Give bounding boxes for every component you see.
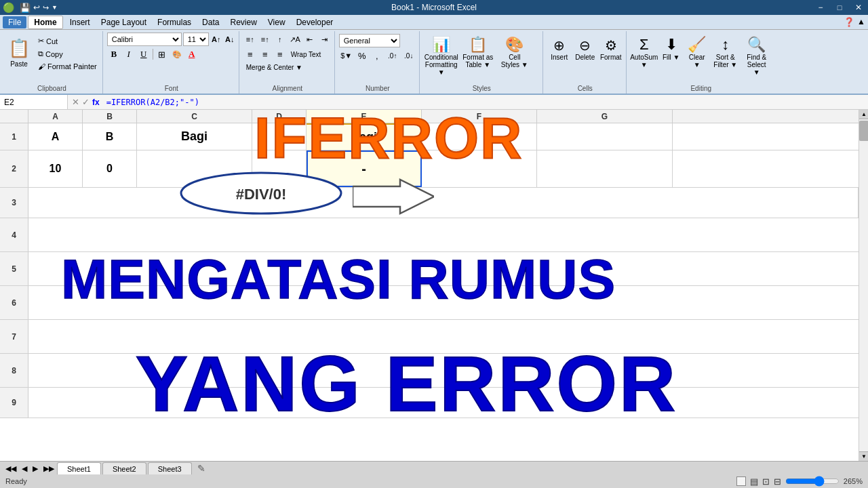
menu-data[interactable]: Data bbox=[197, 16, 224, 28]
add-sheet-btn[interactable]: ✎ bbox=[193, 462, 210, 474]
row-header-4[interactable]: 4 bbox=[0, 218, 28, 251]
align-left-btn[interactable]: ≡ bbox=[243, 47, 257, 61]
align-right-btn[interactable]: ≡ bbox=[273, 47, 287, 61]
percent-btn[interactable]: % bbox=[355, 49, 369, 62]
sheet-nav-prev[interactable]: ◀ bbox=[19, 462, 30, 474]
menu-review[interactable]: Review bbox=[224, 16, 262, 28]
zoom-slider[interactable] bbox=[785, 477, 840, 485]
row-header-3[interactable]: 3 bbox=[0, 188, 28, 218]
format-painter-btn[interactable]: 🖌 Format Painter bbox=[35, 61, 100, 72]
underline-btn[interactable]: U bbox=[137, 47, 151, 61]
col-header-g[interactable]: G bbox=[537, 110, 673, 123]
minimize-btn[interactable]: − bbox=[811, 0, 830, 15]
cell-b1[interactable]: B bbox=[83, 123, 137, 150]
scroll-thumb[interactable] bbox=[859, 121, 868, 141]
tab-sheet3[interactable]: Sheet3 bbox=[148, 462, 192, 474]
clear-btn[interactable]: 🧹 Clear ▼ bbox=[685, 34, 709, 72]
align-top-right-btn[interactable]: ↑ bbox=[273, 33, 287, 46]
sheet-nav-next[interactable]: ▶ bbox=[30, 462, 41, 474]
font-color-btn[interactable]: A bbox=[185, 47, 199, 61]
delete-btn[interactable]: ⊖ Delete bbox=[573, 35, 597, 73]
align-top-center-btn[interactable]: ≡↑ bbox=[258, 33, 272, 46]
font-name-combo[interactable]: Calibri bbox=[107, 33, 182, 46]
col-header-b[interactable]: B bbox=[83, 110, 137, 123]
cell-g1[interactable] bbox=[537, 123, 673, 150]
sort-filter-btn[interactable]: ↕ Sort & Filter ▼ bbox=[711, 34, 741, 72]
align-top-left-btn[interactable]: ≡↑ bbox=[243, 33, 257, 46]
row-header-2[interactable]: 2 bbox=[0, 150, 28, 187]
vertical-scrollbar[interactable]: ▲ ▼ bbox=[859, 110, 868, 461]
indent-decrease-btn[interactable]: ⇤ bbox=[303, 33, 317, 46]
row-header-9[interactable]: 9 bbox=[0, 388, 28, 418]
menu-file[interactable]: File bbox=[3, 16, 26, 28]
bold-btn[interactable]: B bbox=[107, 47, 121, 61]
view-normal-btn[interactable]: ▤ bbox=[750, 476, 758, 487]
menu-formulas[interactable]: Formulas bbox=[152, 16, 197, 28]
italic-btn[interactable]: I bbox=[122, 47, 136, 61]
undo-qa-btn[interactable]: ↩ bbox=[33, 3, 40, 12]
view-page-break-btn[interactable]: ⊟ bbox=[774, 476, 781, 487]
tab-sheet2[interactable]: Sheet2 bbox=[102, 462, 146, 474]
qa-more-btn[interactable]: ▼ bbox=[52, 4, 58, 11]
format-btn[interactable]: ⚙ Format bbox=[599, 35, 623, 73]
fill-btn[interactable]: ⬇ Fill ▼ bbox=[659, 34, 684, 72]
font-size-combo[interactable]: 11 bbox=[183, 33, 209, 46]
orientation-btn[interactable]: ↗A bbox=[288, 33, 302, 46]
menu-view[interactable]: View bbox=[262, 16, 291, 28]
decrease-font-btn[interactable]: A↓ bbox=[224, 33, 236, 45]
cell-g2[interactable] bbox=[537, 150, 673, 187]
menu-home[interactable]: Home bbox=[28, 16, 62, 29]
view-layout-btn[interactable]: ⊡ bbox=[762, 476, 770, 487]
menu-insert[interactable]: Insert bbox=[64, 16, 96, 28]
scroll-down-btn[interactable]: ▼ bbox=[859, 451, 868, 461]
row-header-5[interactable]: 5 bbox=[0, 252, 28, 285]
close-btn[interactable]: ✕ bbox=[849, 0, 868, 15]
row-header-6[interactable]: 6 bbox=[0, 286, 28, 319]
help-icon[interactable]: ❓ bbox=[844, 17, 854, 27]
merge-center-btn[interactable]: Merge & Center ▼ bbox=[243, 62, 305, 73]
sheet-nav-left[interactable]: ◀◀ bbox=[3, 462, 19, 474]
cell-c1[interactable]: Bagi bbox=[137, 123, 252, 150]
scroll-up-btn[interactable]: ▲ bbox=[859, 110, 868, 119]
decrease-decimal-btn[interactable]: .0↓ bbox=[401, 49, 416, 62]
find-select-btn[interactable]: 🔍 Find & Select ▼ bbox=[742, 34, 772, 72]
tab-sheet1[interactable]: Sheet1 bbox=[57, 462, 101, 474]
confirm-formula-icon[interactable]: ✓ bbox=[82, 97, 90, 107]
increase-decimal-btn[interactable]: .0↑ bbox=[385, 49, 400, 62]
fill-color-btn[interactable]: 🎨 bbox=[170, 47, 184, 61]
cancel-formula-icon[interactable]: ✕ bbox=[72, 97, 79, 107]
align-center-btn[interactable]: ≡ bbox=[258, 47, 272, 61]
insert-btn[interactable]: ⊕ Insert bbox=[547, 35, 572, 73]
format-as-table-btn[interactable]: 📋 Format as Table ▼ bbox=[460, 34, 496, 72]
borders-btn[interactable]: ⊞ bbox=[155, 47, 169, 61]
indent-increase-btn[interactable]: ⇥ bbox=[318, 33, 332, 46]
copy-btn[interactable]: ⧉ Copy bbox=[35, 48, 100, 60]
redo-qa-btn[interactable]: ↪ bbox=[43, 3, 49, 12]
restore-btn[interactable]: □ bbox=[830, 0, 849, 15]
minimize-ribbon-icon[interactable]: ▲ bbox=[857, 17, 865, 27]
col-header-a[interactable]: A bbox=[28, 110, 83, 123]
cell-styles-btn[interactable]: 🎨 Cell Styles ▼ bbox=[497, 34, 532, 72]
menu-page-layout[interactable]: Page Layout bbox=[96, 16, 152, 28]
cell-b2[interactable]: 0 bbox=[83, 150, 137, 187]
number-format-combo[interactable]: General bbox=[339, 34, 400, 47]
save-qa-btn[interactable]: 💾 bbox=[20, 3, 31, 13]
autosum-btn[interactable]: Σ AutoSum ▼ bbox=[631, 34, 658, 72]
row-header-8[interactable]: 8 bbox=[0, 354, 28, 387]
row-header-7[interactable]: 7 bbox=[0, 320, 28, 353]
paste-btn[interactable]: 📋 Paste bbox=[4, 33, 34, 73]
sheet-nav-right[interactable]: ▶▶ bbox=[41, 462, 57, 474]
insert-function-icon[interactable]: fx bbox=[92, 98, 100, 107]
comma-btn[interactable]: , bbox=[370, 49, 384, 62]
cell-a1[interactable]: A bbox=[28, 123, 83, 150]
cut-btn[interactable]: ✂ Cut bbox=[35, 35, 100, 47]
cell-a2[interactable]: 10 bbox=[28, 150, 83, 187]
menu-developer[interactable]: Developer bbox=[291, 16, 339, 28]
conditional-formatting-btn[interactable]: 📊 Conditional Formatting ▼ bbox=[424, 34, 459, 72]
row-header-1[interactable]: 1 bbox=[0, 123, 28, 150]
name-box[interactable]: E2 bbox=[0, 95, 68, 109]
wrap-text-btn[interactable]: Wrap Text bbox=[288, 49, 324, 60]
increase-font-btn[interactable]: A↑ bbox=[210, 33, 222, 45]
col-header-c[interactable]: C bbox=[137, 110, 252, 123]
currency-btn[interactable]: $▼ bbox=[339, 49, 354, 62]
